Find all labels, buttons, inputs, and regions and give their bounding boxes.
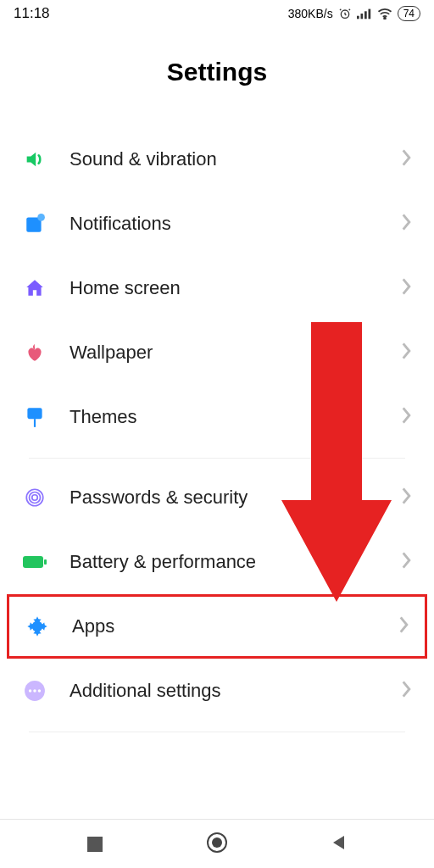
row-label: Notifications [70, 213, 402, 235]
row-wallpaper[interactable]: Wallpaper [7, 320, 427, 385]
apps-icon [25, 614, 50, 639]
chevron-right-icon [402, 149, 412, 170]
status-bar: 11:18 380KB/s 74 [0, 0, 434, 27]
status-time: 11:18 [14, 5, 50, 22]
row-home-screen[interactable]: Home screen [7, 256, 427, 320]
svg-point-12 [32, 495, 38, 501]
row-label: Additional settings [70, 680, 402, 702]
page-title: Settings [0, 58, 434, 86]
chevron-right-icon [402, 681, 412, 701]
row-label: Wallpaper [70, 342, 402, 364]
notifications-icon [22, 211, 47, 236]
section-divider [29, 458, 405, 459]
svg-rect-9 [34, 419, 36, 427]
alarm-icon [338, 7, 352, 20]
row-label: Home screen [70, 277, 402, 299]
svg-point-11 [30, 492, 41, 504]
row-apps[interactable]: Apps [7, 594, 427, 659]
svg-rect-13 [23, 556, 43, 568]
svg-point-17 [29, 689, 31, 692]
square-icon [87, 837, 103, 852]
row-label: Sound & vibration [70, 148, 402, 170]
row-passwords-security[interactable]: Passwords & security [7, 465, 427, 530]
svg-point-7 [37, 214, 45, 221]
chevron-right-icon [399, 616, 409, 637]
navigation-bar [0, 819, 434, 868]
svg-rect-4 [368, 9, 370, 19]
more-icon [22, 678, 47, 704]
nav-back-button[interactable] [314, 827, 364, 861]
chevron-right-icon [402, 487, 412, 508]
wifi-icon [377, 8, 392, 19]
status-right: 380KB/s 74 [288, 6, 420, 21]
svg-rect-2 [360, 14, 363, 19]
settings-list: Sound & vibration Notifications Home scr… [0, 127, 434, 732]
row-additional-settings[interactable]: Additional settings [7, 659, 427, 723]
row-notifications[interactable]: Notifications [7, 192, 427, 256]
row-label: Battery & performance [70, 551, 402, 573]
row-label: Themes [70, 406, 402, 428]
fingerprint-icon [22, 485, 47, 510]
signal-icon [357, 8, 372, 19]
row-label: Passwords & security [70, 487, 402, 509]
row-battery-performance[interactable]: Battery & performance [7, 530, 427, 594]
triangle-left-icon [331, 834, 348, 854]
svg-point-5 [384, 18, 386, 19]
svg-point-21 [212, 837, 222, 848]
circle-icon [206, 832, 228, 857]
battery-indicator: 74 [398, 6, 420, 21]
svg-rect-8 [27, 408, 42, 419]
section-divider [29, 732, 405, 732]
svg-rect-14 [44, 559, 47, 565]
svg-rect-1 [357, 16, 359, 19]
sound-icon [22, 147, 47, 172]
row-sound-vibration[interactable]: Sound & vibration [7, 127, 427, 192]
chevron-right-icon [402, 214, 412, 234]
row-label: Apps [72, 615, 399, 637]
chevron-right-icon [402, 552, 412, 572]
svg-point-19 [38, 689, 41, 692]
wallpaper-icon [22, 340, 47, 365]
svg-rect-3 [364, 11, 367, 19]
chevron-right-icon [402, 407, 412, 427]
home-icon [22, 275, 47, 301]
chevron-right-icon [402, 278, 412, 298]
status-speed: 380KB/s [288, 7, 333, 20]
nav-home-button[interactable] [192, 827, 242, 861]
themes-icon [22, 404, 47, 430]
nav-recent-button[interactable] [70, 827, 120, 861]
svg-point-18 [33, 689, 36, 692]
row-themes[interactable]: Themes [7, 385, 427, 449]
battery-icon [22, 549, 47, 575]
chevron-right-icon [402, 342, 412, 363]
